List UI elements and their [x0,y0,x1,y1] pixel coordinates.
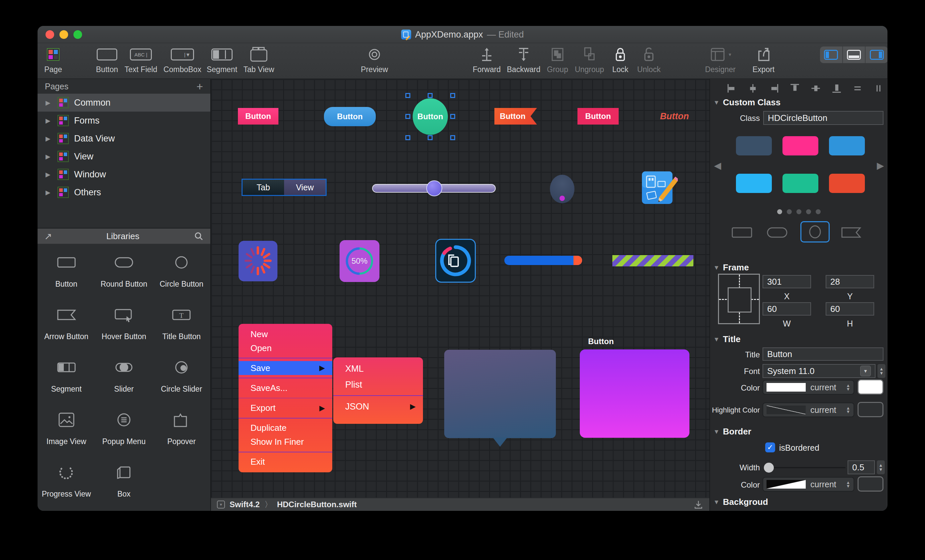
canvas-barber-progress[interactable] [612,255,693,266]
shape-arrow-option[interactable] [840,226,862,241]
shape-round-option[interactable] [766,226,789,241]
page-row-others[interactable]: ▶ Others [38,183,210,201]
library-item-title-button[interactable]: T Title Button [153,301,210,354]
library-item-button[interactable]: Button [38,248,95,301]
custom-class-section-header[interactable]: ▼ Custom Class [713,97,780,108]
canvas-app-icon[interactable] [640,168,678,207]
disclosure-icon[interactable]: ▶ [45,99,52,107]
isbordered-checkbox[interactable]: ✓ [765,443,775,452]
distribute-vertical-icon[interactable] [872,82,884,94]
page-dot[interactable] [816,209,821,214]
segment-tab[interactable]: Tab [243,180,284,195]
library-item-image-view[interactable]: Image View [38,406,95,458]
page-row-forms[interactable]: ▶ Forms [38,111,210,129]
align-bottom-icon[interactable] [831,82,843,94]
toolbar-preview[interactable]: Preview [353,45,396,74]
class-input[interactable]: HDCircleButton [763,111,883,125]
frame-h-input[interactable]: 60 [826,302,874,316]
title-section-header[interactable]: ▼ Title [713,334,741,345]
library-item-popover[interactable]: Popover [153,406,210,458]
canvas-purple-button[interactable] [580,349,689,438]
resize-handle[interactable] [428,135,432,140]
canvas-circle-button-selected[interactable]: Button [413,98,448,135]
circle-slider-dot[interactable] [559,196,565,201]
submenu-item-plist[interactable]: Plist [333,377,423,393]
library-item-slider[interactable]: Slider [95,354,152,406]
library-item-progress-view[interactable]: Progress View [38,458,95,511]
highlight-color-dropdown[interactable]: current ▲▼ [762,403,854,417]
toolbar-designer[interactable]: ▼ Designer [699,45,742,74]
disclosure-icon[interactable]: ▶ [45,153,52,160]
toggle-bottom-panel-button[interactable] [843,47,866,63]
stepper-arrows-icon[interactable]: ▲▼ [846,384,850,391]
align-top-icon[interactable] [789,82,801,94]
border-color-dropdown[interactable]: current ▲▼ [762,477,854,492]
library-item-circle-slider[interactable]: Circle Slider [153,354,210,406]
canvas-flat-button[interactable]: Button [577,108,619,125]
frame-y-input[interactable]: 28 [826,275,874,288]
swatch-next-arrow[interactable]: ▶ [877,160,884,171]
library-item-hover-button[interactable]: Hover Button [95,301,152,354]
font-input[interactable]: System 11.0 ▼ [762,364,875,378]
resize-handle[interactable] [428,93,432,98]
border-width-slider-thumb[interactable] [764,463,774,473]
resize-handle[interactable] [405,135,410,140]
library-item-box[interactable]: Box [95,458,152,511]
statusbar-file[interactable]: HDCircleButton.swift [277,500,357,509]
stepper-arrows-icon[interactable]: ▲▼ [846,406,850,414]
menu-item-export[interactable]: Export▶ [238,401,332,415]
page-row-view[interactable]: ▶ View [38,148,210,166]
disclosure-icon[interactable]: ▶ [45,117,52,125]
resize-handle[interactable] [450,135,455,140]
design-canvas[interactable]: Button Button Button Button Button Butto… [211,79,710,511]
frame-w-input[interactable]: 60 [762,302,811,316]
border-section-header[interactable]: ▼ Border [713,426,751,437]
add-page-button[interactable]: + [196,81,203,91]
frame-x-input[interactable]: 301 [762,275,811,288]
disclosure-triangle-icon[interactable]: ▼ [713,336,720,343]
swatch-prev-arrow[interactable]: ◀ [714,160,721,171]
page-dot[interactable] [806,209,811,214]
menu-item-save[interactable]: Save▶ [238,361,332,375]
distribute-horizontal-icon[interactable] [851,82,863,94]
canvas-popover[interactable] [444,350,556,438]
highlight-color-well[interactable] [857,402,883,417]
font-size-stepper[interactable]: ▲▼ [877,364,886,378]
toolbar-page[interactable]: Page [38,45,75,74]
resize-handle[interactable] [450,114,455,119]
search-icon[interactable] [194,231,204,241]
border-color-well[interactable] [857,476,883,492]
title-input[interactable]: Button [762,348,883,361]
disclosure-triangle-icon[interactable]: ▼ [713,428,720,435]
menu-item-show-in-finer[interactable]: Show In Finer [238,435,332,449]
page-row-data-view[interactable]: ▶ Data View [38,129,210,148]
segment-view[interactable]: View [284,180,325,195]
border-width-stepper[interactable]: ▲▼ [877,461,885,474]
open-library-icon[interactable]: ↗ [44,231,52,242]
toolbar-text-field[interactable]: ABC | Text Field [119,45,163,74]
color-swatch-5[interactable] [829,174,865,193]
language-badge-icon[interactable]: ▼ [217,501,225,509]
page-row-common[interactable]: ▶ Common [38,94,210,111]
menu-item-exit[interactable]: Exit [238,455,332,469]
statusbar-language[interactable]: Swift4.2 [230,500,260,509]
align-center-horizontal-icon[interactable] [747,82,759,94]
submenu-item-json[interactable]: JSON▶ [333,399,423,414]
library-item-segment[interactable]: Segment [38,354,95,406]
library-item-popup-menu[interactable]: Popup Menu [95,406,152,458]
color-swatch-2[interactable] [829,136,865,155]
disclosure-icon[interactable]: ▶ [45,171,52,178]
minimize-button[interactable] [59,30,68,39]
title-color-well[interactable] [857,379,883,394]
align-right-icon[interactable] [768,82,780,94]
resize-handle[interactable] [405,93,410,98]
disclosure-triangle-icon[interactable]: ▼ [713,99,720,106]
resize-handle[interactable] [405,114,410,119]
canvas-progress-bar[interactable] [505,256,582,265]
background-section-header[interactable]: ▼ Backgroud [713,497,768,507]
zoom-button[interactable] [74,30,82,39]
frame-section-header[interactable]: ▼ Frame [713,262,749,273]
color-swatch-0[interactable] [736,136,772,155]
page-row-window[interactable]: ▶ Window [38,166,210,183]
library-item-round-button[interactable]: Round Button [95,248,152,301]
